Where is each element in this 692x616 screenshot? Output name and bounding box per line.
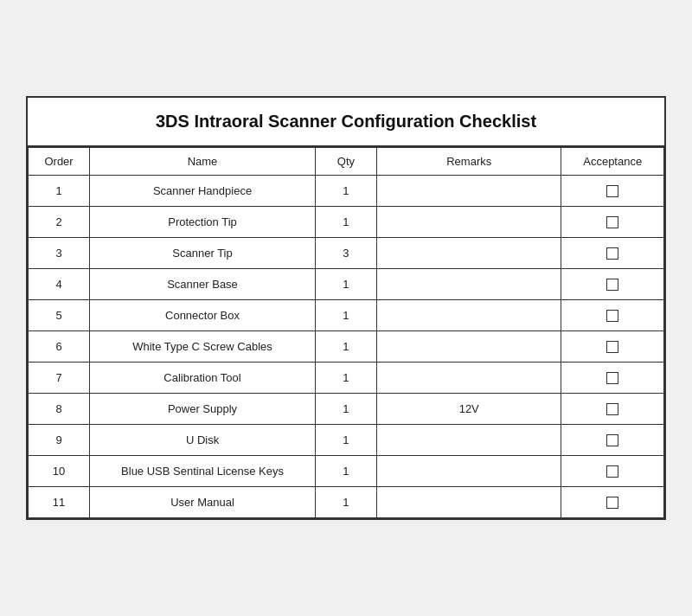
cell-name: Scanner Handpiece	[90, 176, 316, 207]
cell-name: U Disk	[90, 425, 316, 456]
checkbox-icon[interactable]	[606, 310, 618, 322]
cell-acceptance[interactable]	[561, 456, 664, 487]
checkbox-icon[interactable]	[606, 341, 618, 353]
table-body: 1Scanner Handpiece12Protection Tip13Scan…	[29, 176, 664, 518]
table-row: 4Scanner Base1	[29, 269, 664, 300]
cell-qty: 1	[315, 487, 376, 518]
cell-qty: 1	[315, 363, 376, 394]
cell-name: Connector Box	[90, 300, 316, 331]
cell-acceptance[interactable]	[561, 176, 664, 207]
cell-order: 6	[29, 331, 90, 363]
checklist-table: Order Name Qty Remarks Acceptance 1Scann…	[28, 147, 664, 518]
cell-order: 7	[29, 363, 90, 394]
cell-qty: 3	[315, 238, 376, 269]
checkbox-icon[interactable]	[606, 372, 618, 384]
cell-remarks	[377, 363, 561, 394]
table-row: 1Scanner Handpiece1	[29, 176, 664, 207]
checklist-container: 3DS Intraoral Scanner Configuration Chec…	[26, 96, 666, 520]
cell-acceptance[interactable]	[561, 300, 664, 331]
cell-qty: 1	[315, 394, 376, 425]
table-row: 5Connector Box1	[29, 300, 664, 331]
checklist-title: 3DS Intraoral Scanner Configuration Chec…	[28, 98, 664, 147]
cell-qty: 1	[315, 331, 376, 363]
cell-order: 3	[29, 238, 90, 269]
cell-name: Scanner Base	[90, 269, 316, 300]
cell-acceptance[interactable]	[561, 394, 664, 425]
cell-order: 4	[29, 269, 90, 300]
cell-qty: 1	[315, 269, 376, 300]
checkbox-icon[interactable]	[606, 185, 618, 197]
header-remarks: Remarks	[377, 148, 561, 176]
cell-remarks	[377, 176, 561, 207]
cell-order: 11	[29, 487, 90, 518]
cell-acceptance[interactable]	[561, 331, 664, 363]
table-row: 6White Type C Screw Cables1	[29, 331, 664, 363]
cell-name: Power Supply	[90, 394, 316, 425]
cell-order: 9	[29, 425, 90, 456]
cell-remarks	[377, 300, 561, 331]
table-row: 3Scanner Tip3	[29, 238, 664, 269]
table-row: 11User Manual1	[29, 487, 664, 518]
cell-acceptance[interactable]	[561, 238, 664, 269]
table-row: 8Power Supply112V	[29, 394, 664, 425]
cell-qty: 1	[315, 300, 376, 331]
cell-acceptance[interactable]	[561, 269, 664, 300]
cell-order: 5	[29, 300, 90, 331]
header-qty: Qty	[315, 148, 376, 176]
table-row: 2Protection Tip1	[29, 207, 664, 238]
cell-name: Blue USB Sentinal License Keys	[90, 456, 316, 487]
cell-name: White Type C Screw Cables	[90, 331, 316, 363]
cell-order: 10	[29, 456, 90, 487]
table-row: 7Calibration Tool1	[29, 363, 664, 394]
header-order: Order	[29, 148, 90, 176]
table-header-row: Order Name Qty Remarks Acceptance	[29, 148, 664, 176]
cell-remarks	[377, 238, 561, 269]
cell-name: Scanner Tip	[90, 238, 316, 269]
header-name: Name	[90, 148, 316, 176]
checkbox-icon[interactable]	[606, 497, 618, 509]
checkbox-icon[interactable]	[606, 434, 618, 446]
cell-qty: 1	[315, 456, 376, 487]
cell-acceptance[interactable]	[561, 363, 664, 394]
cell-remarks	[377, 331, 561, 363]
cell-remarks: 12V	[377, 394, 561, 425]
cell-qty: 1	[315, 425, 376, 456]
cell-remarks	[377, 269, 561, 300]
cell-name: Protection Tip	[90, 207, 316, 238]
cell-remarks	[377, 207, 561, 238]
cell-qty: 1	[315, 207, 376, 238]
header-acceptance: Acceptance	[561, 148, 664, 176]
checkbox-icon[interactable]	[606, 403, 618, 415]
cell-remarks	[377, 425, 561, 456]
cell-qty: 1	[315, 176, 376, 207]
cell-acceptance[interactable]	[561, 487, 664, 518]
table-row: 9U Disk1	[29, 425, 664, 456]
checkbox-icon[interactable]	[606, 279, 618, 291]
cell-remarks	[377, 487, 561, 518]
cell-acceptance[interactable]	[561, 425, 664, 456]
checkbox-icon[interactable]	[606, 216, 618, 228]
cell-order: 8	[29, 394, 90, 425]
table-row: 10Blue USB Sentinal License Keys1	[29, 456, 664, 487]
cell-name: User Manual	[90, 487, 316, 518]
cell-remarks	[377, 456, 561, 487]
cell-acceptance[interactable]	[561, 207, 664, 238]
cell-order: 1	[29, 176, 90, 207]
cell-name: Calibration Tool	[90, 363, 316, 394]
checkbox-icon[interactable]	[606, 247, 618, 260]
checkbox-icon[interactable]	[606, 465, 618, 478]
cell-order: 2	[29, 207, 90, 238]
